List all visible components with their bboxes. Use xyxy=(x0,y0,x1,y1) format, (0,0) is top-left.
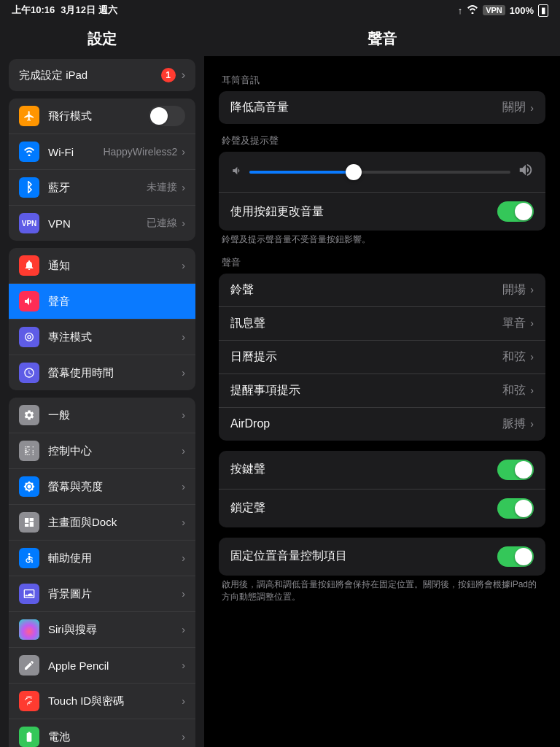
sidebar-item-airplane[interactable]: 飛行模式 xyxy=(9,98,195,134)
volume-slider-row[interactable] xyxy=(219,152,545,193)
message-row-value: 單音 xyxy=(502,316,526,331)
change-volume-toggle[interactable] xyxy=(497,201,534,222)
fixed-volume-row[interactable]: 固定位置音量控制項目 xyxy=(219,538,545,576)
fixed-volume-toggle[interactable] xyxy=(497,546,534,567)
sidebar-item-screentime[interactable]: 螢幕使用時間 › xyxy=(9,355,195,390)
message-row-label: 訊息聲 xyxy=(230,316,502,331)
sidebar-item-vpn[interactable]: VPN VPN 已連線 › xyxy=(9,206,195,241)
battery-item-icon xyxy=(19,727,39,747)
lock-sound-toggle[interactable] xyxy=(497,498,534,519)
setup-banner-label: 完成設定 iPad xyxy=(19,69,88,82)
wifi-value: HappyWireless2 xyxy=(103,146,177,158)
focus-icon xyxy=(19,327,39,347)
sidebar-section-notifications: 通知 › 聲音 專注模式 › xyxy=(9,248,195,390)
volume-slider-track[interactable] xyxy=(249,171,510,174)
vpn-chevron-icon: › xyxy=(182,217,185,229)
svg-point-0 xyxy=(28,553,31,555)
status-indicators: ↑ VPN 100% ▮ xyxy=(458,4,548,17)
sidebar-item-wallpaper[interactable]: 背景圖片 › xyxy=(9,576,195,612)
sidebar-item-display[interactable]: 螢幕與亮度 › xyxy=(9,469,195,505)
wifi-icon xyxy=(467,5,478,16)
airdrop-chevron-icon: › xyxy=(530,418,534,430)
lower-volume-row[interactable]: 降低高音量 關閉 › xyxy=(219,91,545,124)
sidebar: 設定 完成設定 iPad 1 › 飛行模式 xyxy=(0,20,204,747)
keyboard-click-row[interactable]: 按鍵聲 xyxy=(219,451,545,489)
general-chevron-icon: › xyxy=(182,409,185,421)
message-chevron-icon: › xyxy=(530,317,534,329)
siri-icon xyxy=(19,619,39,640)
lock-sound-row[interactable]: 鎖定聲 xyxy=(219,489,545,527)
sound-section-group: 鈴聲 開場 › 訊息聲 單音 › 日曆提示 和弦 › 提醒事項提示 和弦 xyxy=(219,274,545,441)
bluetooth-icon: ᛒ xyxy=(19,177,39,198)
sidebar-item-homescreen[interactable]: 主畫面與Dock › xyxy=(9,505,195,541)
status-time: 上午10:16 xyxy=(12,4,55,17)
battery-chevron-icon: › xyxy=(182,731,185,743)
display-icon xyxy=(19,476,39,497)
accessibility-icon xyxy=(19,548,39,568)
airplane-toggle[interactable] xyxy=(149,106,185,126)
ringtone-row-value: 開場 xyxy=(502,282,526,298)
sidebar-item-accessibility[interactable]: 輔助使用 › xyxy=(9,541,195,576)
focus-chevron-icon: › xyxy=(182,331,185,343)
ringtone-note: 鈴聲及提示聲音量不受音量按鈕影響。 xyxy=(222,233,542,246)
volume-low-icon xyxy=(230,165,242,179)
sidebar-item-sound[interactable]: 聲音 xyxy=(9,284,195,320)
volume-slider-fill xyxy=(249,171,354,174)
keyboard-click-toggle[interactable] xyxy=(497,460,534,480)
homescreen-chevron-icon: › xyxy=(182,516,185,528)
sidebar-item-control[interactable]: 控制中心 › xyxy=(9,433,195,469)
focus-label: 專注模式 xyxy=(48,330,182,344)
vpn-label: VPN xyxy=(48,217,147,230)
ringtone-row-label: 鈴聲 xyxy=(230,282,502,298)
sidebar-item-siri[interactable]: Siri與搜尋 › xyxy=(9,612,195,648)
touchid-chevron-icon: › xyxy=(182,695,185,707)
sidebar-item-battery[interactable]: 電池 › xyxy=(9,719,195,747)
wifi-item-icon xyxy=(19,142,39,162)
airdrop-row-label: AirDrop xyxy=(230,417,502,430)
calendar-row-label: 日曆提示 xyxy=(230,349,502,365)
general-icon xyxy=(19,405,39,425)
airplane-icon xyxy=(19,106,39,126)
pencil-label: Apple Pencil xyxy=(48,659,182,672)
ringtone-row[interactable]: 鈴聲 開場 › xyxy=(219,274,545,307)
calendar-chevron-icon: › xyxy=(530,351,534,363)
homescreen-icon xyxy=(19,512,39,533)
lower-volume-value: 關閉 xyxy=(502,100,526,115)
volume-high-icon xyxy=(518,162,534,182)
airdrop-row-value: 脈搏 xyxy=(502,417,526,432)
control-icon xyxy=(19,441,39,461)
bluetooth-chevron-icon: › xyxy=(182,182,185,193)
battery-icon: 100% xyxy=(510,5,534,16)
bluetooth-value: 未連接 xyxy=(147,181,177,194)
sidebar-item-focus[interactable]: 專注模式 › xyxy=(9,320,195,355)
sidebar-item-general[interactable]: 一般 › xyxy=(9,398,195,433)
ringtone-section-label: 鈴聲及提示聲 xyxy=(222,134,545,147)
ear-section-label: 耳筒音訊 xyxy=(222,74,545,87)
calendar-row[interactable]: 日曆提示 和弦 › xyxy=(219,341,545,374)
sidebar-item-bluetooth[interactable]: ᛒ 藍牙 未連接 › xyxy=(9,170,195,206)
screentime-label: 螢幕使用時間 xyxy=(48,366,182,380)
message-row[interactable]: 訊息聲 單音 › xyxy=(219,307,545,341)
sidebar-item-wifi[interactable]: Wi-Fi HappyWireless2 › xyxy=(9,134,195,170)
calendar-row-value: 和弦 xyxy=(502,349,526,365)
control-chevron-icon: › xyxy=(182,445,185,457)
change-volume-label: 使用按鈕更改音量 xyxy=(230,204,497,220)
ringtone-section-group: 使用按鈕更改音量 xyxy=(219,152,545,231)
panel-content: 耳筒音訊 降低高音量 關閉 › 鈴聲及提示聲 xyxy=(204,56,560,624)
accessibility-chevron-icon: › xyxy=(182,552,185,564)
reminder-row[interactable]: 提醒事項提示 和弦 › xyxy=(219,374,545,408)
sidebar-item-touchid[interactable]: Touch ID與密碼 › xyxy=(9,684,195,719)
vpn-value: 已連線 xyxy=(147,217,177,230)
general-label: 一般 xyxy=(48,409,182,422)
sidebar-item-notifications[interactable]: 通知 › xyxy=(9,248,195,284)
airdrop-row[interactable]: AirDrop 脈搏 › xyxy=(219,408,545,441)
lower-volume-label: 降低高音量 xyxy=(230,100,502,115)
change-volume-row[interactable]: 使用按鈕更改音量 xyxy=(219,193,545,231)
screentime-icon xyxy=(19,363,39,383)
vpn-item-icon: VPN xyxy=(19,213,39,233)
battery-indicator: ▮ xyxy=(538,4,548,17)
sidebar-item-pencil[interactable]: Apple Pencil › xyxy=(9,648,195,684)
setup-banner[interactable]: 完成設定 iPad 1 › xyxy=(9,59,195,91)
ringtone-chevron-icon: › xyxy=(530,284,534,295)
status-bar: 上午10:16 3月12日 週六 ↑ VPN 100% ▮ xyxy=(0,0,560,20)
